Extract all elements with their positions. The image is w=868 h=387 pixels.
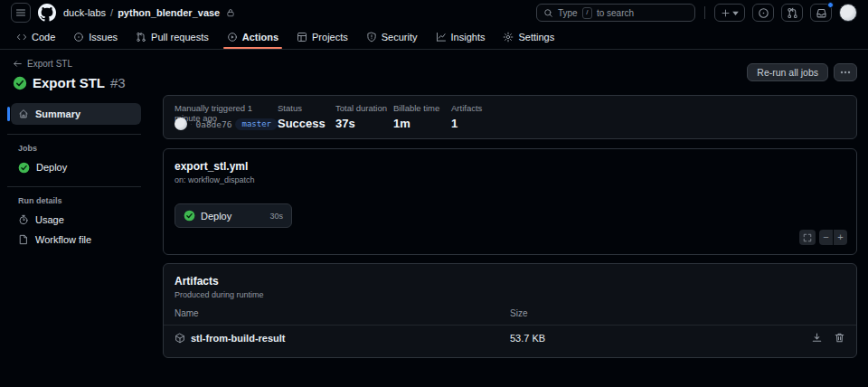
artifacts-card: Artifacts Produced during runtime Name S… xyxy=(163,263,857,358)
github-logo[interactable] xyxy=(38,4,56,22)
commit-sha-link[interactable]: 0a8de76 xyxy=(195,119,231,129)
issues-header-button[interactable] xyxy=(752,4,774,22)
billable-time-value: 1m xyxy=(393,117,451,130)
total-duration-column: Total duration 37s xyxy=(335,103,393,130)
workflow-trigger: on: workflow_dispatch xyxy=(175,175,845,184)
zoom-controls: − + xyxy=(819,230,847,245)
sidebar-item-summary[interactable]: Summary xyxy=(11,103,141,125)
home-icon xyxy=(18,109,29,119)
status-value: Success xyxy=(278,117,335,130)
success-check-icon xyxy=(13,76,27,90)
artifacts-header: Artifacts Produced during runtime xyxy=(164,275,856,299)
run-number: #3 xyxy=(110,75,126,90)
jobs-section-heading: Jobs xyxy=(11,144,141,157)
nav-menu-button[interactable] xyxy=(11,3,31,23)
artifact-actions xyxy=(811,332,845,344)
run-title: Export STL xyxy=(33,75,105,90)
tab-security[interactable]: Security xyxy=(359,25,425,49)
sidebar-item-usage[interactable]: Usage xyxy=(11,210,141,230)
artifacts-count-value: 1 xyxy=(451,117,509,130)
sidebar-divider xyxy=(7,134,141,135)
artifacts-count-column: Artifacts 1 xyxy=(451,103,509,130)
delete-artifact-button[interactable] xyxy=(834,332,845,344)
artifact-size: 53.7 KB xyxy=(510,333,811,344)
table-icon xyxy=(297,32,307,42)
arrow-left-icon xyxy=(13,59,23,69)
search-placeholder-prefix: Type xyxy=(558,8,578,18)
column-header-name: Name xyxy=(175,308,510,318)
workflow-file-name: export_stl.yml xyxy=(175,160,845,173)
job-node-deploy[interactable]: Deploy 30s xyxy=(175,203,292,228)
tab-actions[interactable]: Actions xyxy=(220,25,286,49)
breadcrumb: duck-labs / python_blender_vase xyxy=(63,7,235,18)
git-pull-request-icon xyxy=(787,7,798,19)
tab-settings[interactable]: Settings xyxy=(495,25,561,49)
header-divider xyxy=(704,6,705,19)
workflow-graph-card: export_stl.yml on: workflow_dispatch Dep… xyxy=(163,148,857,255)
zoom-out-button[interactable]: − xyxy=(819,230,833,245)
rerun-all-jobs-button[interactable]: Re-run all jobs xyxy=(747,63,828,81)
sidebar-job-deploy[interactable]: Deploy xyxy=(11,157,141,177)
status-column: Status Success xyxy=(278,103,335,130)
column-header-size: Size xyxy=(510,308,845,318)
run-status-card: Manually triggered 1 minute ago 0a8de76 … xyxy=(163,95,857,139)
fullscreen-icon xyxy=(803,233,812,242)
trigger-user-avatar[interactable] xyxy=(175,118,187,130)
breadcrumb-repo-link[interactable]: python_blender_vase xyxy=(118,7,220,18)
run-details-heading: Run details xyxy=(11,196,141,210)
graph-controls: − + xyxy=(799,230,847,245)
search-icon xyxy=(543,8,553,18)
user-avatar[interactable] xyxy=(839,4,857,22)
issue-opened-icon xyxy=(758,7,769,19)
caret-down-icon xyxy=(732,11,739,15)
plus-icon xyxy=(721,8,731,18)
pull-requests-header-button[interactable] xyxy=(781,4,803,22)
sidebar-item-workflow-file[interactable]: Workflow file xyxy=(11,230,141,250)
commit-icon xyxy=(191,119,192,129)
breadcrumb-owner-link[interactable]: duck-labs xyxy=(63,7,106,18)
zoom-in-button[interactable]: + xyxy=(834,230,847,245)
run-heading: Export STL #3 xyxy=(13,75,141,90)
global-search-input[interactable]: Type / to search xyxy=(536,4,695,22)
run-actions-toolbar: Re-run all jobs xyxy=(163,63,857,81)
success-check-icon xyxy=(184,210,195,222)
graph-icon xyxy=(436,32,447,42)
create-new-button[interactable] xyxy=(714,4,745,22)
run-sidebar: Export STL Export STL #3 Summary Jobs De… xyxy=(0,50,148,250)
artifact-name-link[interactable]: stl-from-build-result xyxy=(191,333,286,344)
run-main: Re-run all jobs Manually triggered 1 min… xyxy=(148,50,868,358)
inbox-button[interactable] xyxy=(810,4,832,22)
tab-code[interactable]: Code xyxy=(9,25,62,49)
artifacts-title: Artifacts xyxy=(175,275,845,288)
slash-key-hint: / xyxy=(582,7,592,19)
back-to-workflow-link[interactable]: Export STL xyxy=(7,57,141,69)
shield-icon xyxy=(366,32,377,42)
trigger-info: Manually triggered 1 minute ago 0a8de76 … xyxy=(175,103,278,130)
artifact-row: stl-from-build-result 53.7 KB xyxy=(164,326,856,350)
tab-projects[interactable]: Projects xyxy=(289,25,355,49)
artifact-name-cell: stl-from-build-result xyxy=(175,333,510,344)
package-icon xyxy=(175,333,185,344)
tab-insights[interactable]: Insights xyxy=(429,25,493,49)
download-icon xyxy=(811,332,823,344)
stopwatch-icon xyxy=(18,214,29,225)
trash-icon xyxy=(834,332,845,344)
inbox-icon xyxy=(816,7,827,19)
billable-time-column: Billable time 1m xyxy=(393,103,451,130)
repo-nav: Code Issues Pull requests Actions Projec… xyxy=(0,25,868,50)
lock-icon xyxy=(226,8,235,17)
issue-opened-icon xyxy=(73,32,84,42)
tab-pull-requests[interactable]: Pull requests xyxy=(128,25,216,49)
artifacts-table-header: Name Size xyxy=(164,299,856,326)
play-circle-icon xyxy=(227,32,238,42)
download-artifact-button[interactable] xyxy=(811,332,823,344)
gear-icon xyxy=(503,32,514,42)
total-duration-value: 37s xyxy=(335,117,393,130)
fullscreen-button[interactable] xyxy=(799,230,816,245)
branch-badge[interactable]: master xyxy=(235,118,278,130)
tab-issues[interactable]: Issues xyxy=(66,25,125,49)
page-content: Export STL Export STL #3 Summary Jobs De… xyxy=(0,50,868,358)
more-options-button[interactable] xyxy=(834,63,857,81)
kebab-horizontal-icon xyxy=(840,71,851,74)
file-code-icon xyxy=(18,234,29,245)
